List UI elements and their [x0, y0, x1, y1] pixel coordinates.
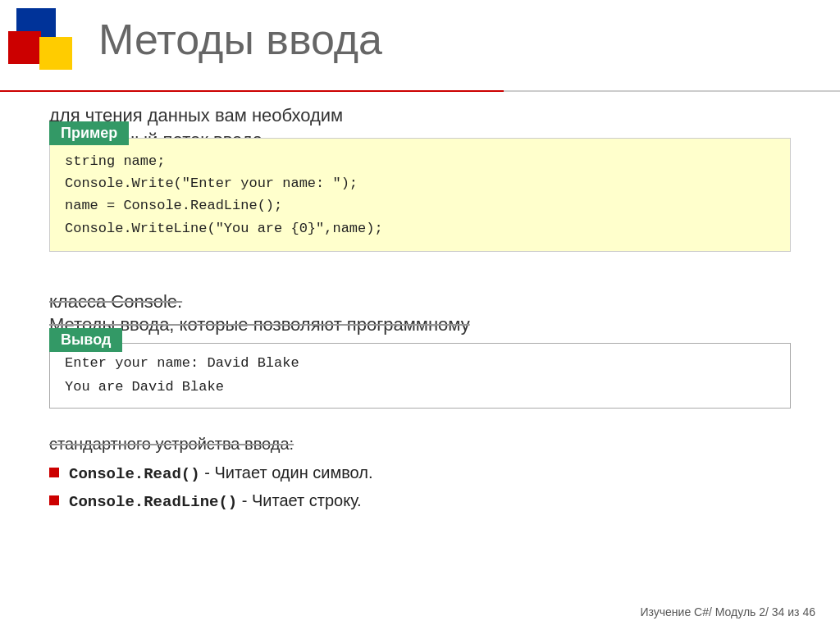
yellow-square — [39, 37, 72, 70]
output-line-1: Enter your name: David Blake — [65, 352, 775, 376]
code-line-1: string name; — [65, 150, 775, 172]
bullet-text-1: Console.Read() - Читает один символ. — [69, 463, 373, 483]
primer-label: Пример — [49, 121, 129, 145]
code-line-3: name = Console.ReadLine(); — [65, 194, 775, 217]
bullet-item-2: Console.ReadLine() - Читает строку. — [49, 491, 791, 511]
bullet-square-1 — [49, 468, 59, 477]
bullet-code-2: Console.ReadLine() — [69, 493, 237, 511]
bullet-item-1: Console.Read() - Читает один символ. — [49, 463, 791, 483]
output-line-2: You are David Blake — [65, 376, 775, 399]
intro-text-1: для чтения данных вам необходим — [49, 105, 791, 126]
code-line-4: Console.WriteLine("You are {0}",name); — [65, 217, 775, 240]
bottom-section: стандартного устройства ввода: Console.R… — [49, 435, 791, 519]
red-square — [8, 31, 41, 64]
code-line-2: Console.Write("Enter your name: "); — [65, 172, 775, 194]
mid-text-methods: Методы ввода, которые позволяют программ… — [49, 314, 791, 336]
code-example-block: string name; Console.Write("Enter your n… — [49, 138, 791, 252]
bottom-intro-text: стандартного устройства ввода: — [49, 435, 791, 454]
title-line — [0, 90, 840, 92]
code-output-block: Enter your name: David Blake You are Dav… — [49, 343, 791, 409]
decorative-squares — [8, 8, 90, 82]
slide-title: Методы ввода — [98, 15, 382, 64]
vyvod-label: Вывод — [49, 328, 122, 352]
bullet-code-1: Console.Read() — [69, 465, 200, 483]
bullet-desc-2: - Читает строку. — [237, 491, 361, 509]
bullet-square-2 — [49, 495, 59, 505]
bullet-desc-1: - Читает один символ. — [200, 463, 373, 482]
mid-text-console: класса Console. — [49, 291, 791, 313]
bullet-text-2: Console.ReadLine() - Читает строку. — [69, 491, 362, 511]
page-number: Изучение C#/ Модуль 2/ 34 из 46 — [640, 605, 815, 619]
